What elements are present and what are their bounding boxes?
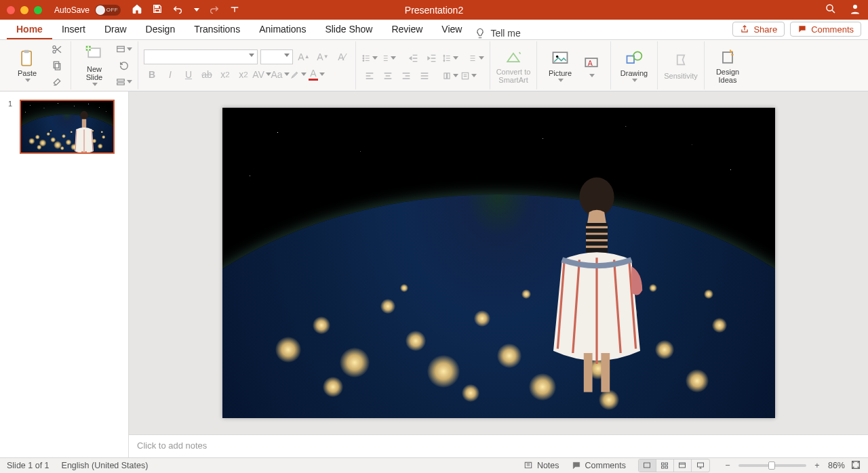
reset-button[interactable] (116, 59, 132, 73)
slide-thumbnail-panel[interactable]: 1 (0, 91, 129, 457)
tell-me-search[interactable]: Tell me (474, 27, 520, 39)
share-button[interactable]: Share (732, 22, 785, 37)
font-color-button[interactable]: A (309, 67, 325, 82)
tab-design[interactable]: Design (136, 20, 185, 39)
reading-view-icon (677, 461, 687, 470)
slide-counter[interactable]: Slide 1 of 1 (7, 461, 50, 470)
reading-view-button[interactable] (674, 459, 692, 472)
slide-thumbnail-1[interactable] (20, 100, 115, 154)
drawing-button[interactable]: Drawing (616, 49, 652, 82)
share-icon (740, 24, 749, 34)
grow-font-button[interactable]: A▲ (296, 49, 312, 64)
tab-view[interactable]: View (432, 20, 471, 39)
bold-button[interactable]: B (144, 67, 160, 82)
zoom-slider-thumb[interactable] (768, 461, 775, 470)
slideshow-view-button[interactable] (692, 459, 709, 472)
notes-pane[interactable]: Click to add notes (129, 434, 868, 457)
tab-insert[interactable]: Insert (52, 20, 95, 39)
shrink-font-button[interactable]: A▼ (315, 49, 331, 64)
cut-button[interactable] (49, 43, 65, 56)
zoom-window-button[interactable] (34, 6, 42, 14)
zoom-percentage[interactable]: 86% (828, 461, 845, 470)
notes-toggle[interactable]: Notes (524, 461, 559, 470)
qat-customize-icon[interactable] (229, 3, 240, 16)
tab-transitions[interactable]: Transitions (184, 20, 250, 39)
language-indicator[interactable]: English (United States) (62, 461, 149, 470)
italic-button[interactable]: I (162, 67, 178, 82)
picture-button[interactable]: Picture (542, 49, 578, 82)
redo-icon[interactable] (209, 3, 220, 16)
fit-to-window-button[interactable] (850, 459, 861, 472)
subscript-button[interactable]: x2 (235, 67, 252, 82)
tab-review[interactable]: Review (382, 20, 432, 39)
new-slide-icon (85, 45, 104, 64)
new-slide-button[interactable]: New Slide (77, 45, 112, 86)
undo-icon[interactable] (172, 3, 183, 16)
autosave-control: AutoSave OFF (54, 5, 121, 16)
layout-button[interactable] (116, 43, 132, 56)
text-direction-icon (468, 53, 477, 64)
align-right-button[interactable] (398, 68, 414, 83)
underline-button[interactable]: U (180, 67, 197, 82)
drawing-group: Drawing (611, 41, 658, 89)
convert-to-smartart-button[interactable]: Convert to SmartArt (496, 47, 531, 84)
svg-rect-34 (662, 463, 665, 465)
svg-rect-31 (584, 353, 593, 392)
drawing-label: Drawing (620, 69, 648, 77)
minimize-window-button[interactable] (20, 6, 28, 14)
font-name-combo[interactable] (144, 49, 258, 64)
clear-formatting-button[interactable]: A⁄ (334, 49, 350, 64)
increase-indent-button[interactable] (424, 51, 440, 66)
tab-animations[interactable]: Animations (250, 20, 315, 39)
sensitivity-icon (671, 52, 690, 70)
save-icon[interactable] (152, 3, 163, 16)
copy-icon (52, 60, 62, 71)
tab-slide-show[interactable]: Slide Show (315, 20, 382, 39)
bullets-button[interactable] (361, 51, 378, 66)
undo-dropdown-icon[interactable] (193, 3, 199, 16)
align-left-button[interactable] (361, 68, 378, 83)
strikethrough-button[interactable]: ab (199, 67, 215, 82)
comments-button[interactable]: Comments (790, 22, 861, 37)
character-spacing-button[interactable]: AV (254, 67, 270, 82)
justify-button[interactable] (416, 68, 433, 83)
font-size-combo[interactable] (260, 49, 293, 64)
design-ideas-button[interactable]: Design Ideas (710, 47, 745, 84)
format-painter-button[interactable] (49, 75, 65, 89)
ribbon-tab-bar: HomeInsertDrawDesignTransitionsAnimation… (0, 20, 868, 40)
normal-view-button[interactable] (639, 459, 656, 472)
slide-canvas[interactable] (222, 108, 775, 418)
close-window-button[interactable] (7, 6, 15, 14)
home-icon[interactable] (132, 3, 142, 16)
line-spacing-button[interactable] (442, 51, 458, 66)
sensitivity-button[interactable]: Sensitivity (663, 52, 698, 80)
align-text-button[interactable] (460, 68, 477, 83)
account-icon[interactable] (849, 3, 861, 17)
zoom-slider[interactable] (738, 464, 806, 467)
zoom-control: − + 86% (722, 459, 861, 472)
section-button[interactable] (116, 75, 132, 89)
zoom-out-button[interactable]: − (722, 461, 733, 470)
svg-rect-35 (665, 463, 668, 465)
numbering-button[interactable] (380, 51, 396, 66)
copy-button[interactable] (49, 59, 65, 73)
superscript-button[interactable]: x2 (217, 67, 233, 82)
view-switcher (638, 459, 710, 472)
comments-toggle[interactable]: Comments (572, 461, 626, 470)
picture-tools-button[interactable]: A (578, 54, 605, 77)
tab-draw[interactable]: Draw (95, 20, 136, 39)
scissors-icon (52, 44, 62, 55)
autosave-toggle[interactable]: OFF (95, 5, 121, 16)
paste-button[interactable]: Paste (9, 49, 45, 82)
text-direction-button[interactable] (468, 51, 484, 66)
slide-sorter-view-button[interactable] (656, 459, 674, 472)
highlight-button[interactable] (290, 67, 307, 82)
columns-button[interactable] (442, 68, 458, 83)
search-icon[interactable] (825, 3, 837, 17)
change-case-button[interactable]: Aa (272, 67, 288, 82)
tab-home[interactable]: Home (7, 20, 52, 39)
zoom-in-button[interactable]: + (812, 461, 823, 470)
align-center-button[interactable] (380, 68, 396, 83)
decrease-indent-button[interactable] (406, 51, 422, 66)
slide-canvas-area[interactable] (129, 91, 868, 434)
